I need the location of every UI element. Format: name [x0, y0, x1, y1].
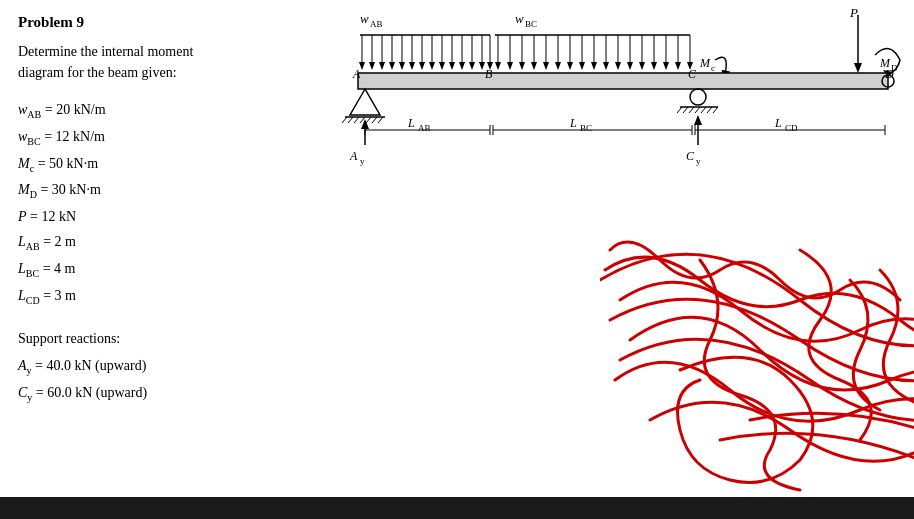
- svg-marker-19: [449, 62, 455, 70]
- svg-line-71: [689, 107, 694, 113]
- p-arrowhead: [854, 63, 862, 73]
- svg-marker-29: [495, 62, 501, 70]
- svg-marker-53: [639, 62, 645, 70]
- svg-line-67: [372, 117, 377, 123]
- svg-line-73: [701, 107, 706, 113]
- svg-marker-3: [369, 62, 375, 70]
- var-lab: LAB = 2 m: [18, 229, 302, 256]
- desc-line1: Determine the internal moment: [18, 44, 193, 59]
- var-p: P = 12 kN: [18, 204, 302, 229]
- svg-line-63: [348, 117, 353, 123]
- wbc-label: w: [515, 11, 524, 26]
- point-d-label: D: [884, 67, 894, 81]
- point-b-label: B: [485, 67, 493, 81]
- var-p-label: P = 12 kN: [18, 204, 76, 229]
- cy-sub: y: [696, 156, 701, 166]
- right-panel: w AB w BC P: [320, 0, 914, 519]
- svg-line-70: [683, 107, 688, 113]
- lab-label: L: [407, 116, 415, 130]
- bottom-bar: [0, 497, 914, 519]
- var-wbc: wBC = 12 kN/m: [18, 124, 302, 151]
- svg-line-75: [713, 107, 718, 113]
- var-lcd: LCD = 3 m: [18, 283, 302, 310]
- reaction-ay: Ay = 40.0 kN (upward): [18, 353, 302, 380]
- point-c-label: C: [688, 67, 697, 81]
- var-md-label: MD = 30 kN·m: [18, 177, 101, 204]
- svg-marker-37: [543, 62, 549, 70]
- var-lbc: LBC = 4 m: [18, 256, 302, 283]
- svg-marker-43: [579, 62, 585, 70]
- support-c-hatch: [677, 107, 718, 113]
- svg-line-62: [342, 117, 347, 123]
- svg-marker-47: [603, 62, 609, 70]
- svg-marker-9: [399, 62, 405, 70]
- load-bc-arrows: [495, 35, 693, 70]
- ay-sub: y: [360, 156, 365, 166]
- variables-list: wAB = 20 kN/m wBC = 12 kN/m Mc = 50 kN·m…: [18, 97, 302, 310]
- svg-line-72: [695, 107, 700, 113]
- wbc-sub: BC: [525, 19, 537, 29]
- support-a-hatch: [342, 117, 383, 123]
- svg-marker-35: [531, 62, 537, 70]
- cy-label: C: [686, 149, 695, 163]
- svg-line-66: [366, 117, 371, 123]
- wab-sub: AB: [370, 19, 383, 29]
- svg-marker-51: [627, 62, 633, 70]
- svg-marker-55: [651, 62, 657, 70]
- svg-marker-59: [675, 62, 681, 70]
- var-mc: Mc = 50 kN·m: [18, 151, 302, 178]
- var-lcd-label: LCD = 3 m: [18, 283, 76, 310]
- svg-marker-39: [555, 62, 561, 70]
- load-ab-arrows: [359, 35, 493, 70]
- svg-marker-11: [409, 62, 415, 70]
- svg-marker-31: [507, 62, 513, 70]
- left-panel: Problem 9 Determine the internal moment …: [0, 0, 320, 519]
- svg-line-64: [354, 117, 359, 123]
- svg-marker-23: [469, 62, 475, 70]
- problem-title: Problem 9: [18, 14, 302, 31]
- lcd-label: L: [774, 116, 782, 130]
- mc-text: M: [699, 56, 711, 70]
- mc-sub: c: [711, 63, 715, 73]
- point-a-label: A: [352, 67, 361, 81]
- p-label: P: [849, 5, 858, 20]
- svg-marker-41: [567, 62, 573, 70]
- svg-marker-57: [663, 62, 669, 70]
- lab-sub: AB: [418, 123, 431, 133]
- lbc-sub: BC: [580, 123, 592, 133]
- svg-marker-49: [615, 62, 621, 70]
- svg-marker-7: [389, 62, 395, 70]
- lcd-sub: CD: [785, 123, 798, 133]
- var-lab-label: LAB = 2 m: [18, 229, 76, 256]
- var-mc-label: Mc = 50 kN·m: [18, 151, 98, 178]
- support-title: Support reactions:: [18, 326, 302, 351]
- var-lbc-label: LBC = 4 m: [18, 256, 75, 283]
- support-c-circle: [690, 89, 706, 105]
- svg-marker-45: [591, 62, 597, 70]
- svg-marker-33: [519, 62, 525, 70]
- beam-body: [358, 73, 888, 89]
- support-a: [350, 89, 380, 115]
- svg-marker-13: [419, 62, 425, 70]
- svg-marker-15: [429, 62, 435, 70]
- var-wab-label: wAB = 20 kN/m: [18, 97, 106, 124]
- wab-label: w: [360, 11, 369, 26]
- lbc-label: L: [569, 116, 577, 130]
- beam-diagram: w AB w BC P: [330, 5, 914, 235]
- svg-marker-17: [439, 62, 445, 70]
- support-reactions: Support reactions: Ay = 40.0 kN (upward)…: [18, 326, 302, 407]
- svg-line-74: [707, 107, 712, 113]
- var-wbc-label: wBC = 12 kN/m: [18, 124, 105, 151]
- svg-line-68: [378, 117, 383, 123]
- problem-description: Determine the internal moment diagram fo…: [18, 41, 302, 83]
- svg-marker-21: [459, 62, 465, 70]
- reaction-cy: Cy = 60.0 kN (upward): [18, 380, 302, 407]
- var-md: MD = 30 kN·m: [18, 177, 302, 204]
- scribble-overlay: [600, 220, 914, 500]
- desc-line2: diagram for the beam given:: [18, 65, 177, 80]
- svg-line-69: [677, 107, 682, 113]
- page-container: Problem 9 Determine the internal moment …: [0, 0, 914, 519]
- red-scribble: [600, 240, 914, 490]
- cy-arrowhead: [694, 115, 702, 125]
- ay-label: A: [349, 149, 358, 163]
